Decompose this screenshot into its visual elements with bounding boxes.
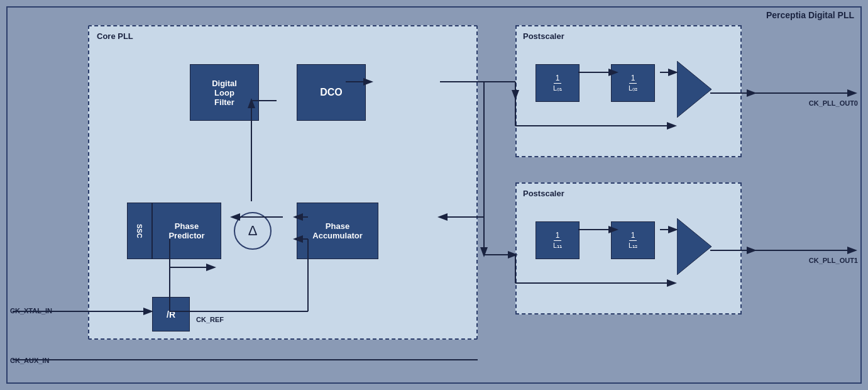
- ck-pll-out0-label: CK_PLL_OUT0: [809, 99, 858, 107]
- fraction-line-4: [629, 240, 637, 241]
- div-l12-block: 1 L₁₂: [611, 221, 655, 259]
- ck-pll-out1-label: CK_PLL_OUT1: [809, 257, 858, 264]
- ssc-label: SSC: [136, 224, 143, 238]
- div-l01-num: 1: [556, 74, 560, 82]
- ck-xtal-in-label: CK_XTAL_IN: [10, 307, 52, 315]
- r-label: /R: [167, 309, 175, 320]
- div-l02-den: L₀₂: [629, 84, 637, 92]
- div-l12-num: 1: [631, 231, 635, 240]
- postscaler-2-title: Postscaler: [523, 189, 564, 198]
- div-l02-num: 1: [631, 74, 635, 82]
- dco-block: DCO: [297, 64, 366, 121]
- div-l11-block: 1 L₁₁: [536, 221, 580, 259]
- div-l11-num: 1: [556, 231, 560, 240]
- ck-aux-in-label: CK_AUX_IN: [10, 357, 49, 364]
- div-l12-fraction: 1 L₁₂: [629, 231, 637, 250]
- dlf-block: DigitalLoopFilter: [190, 64, 259, 121]
- pa-label: PhaseAccumulator: [312, 221, 362, 240]
- div-l02-block: 1 L₀₂: [611, 64, 655, 102]
- ssc-block: SSC: [127, 203, 152, 259]
- div-l01-fraction: 1 L₀₁: [553, 74, 562, 93]
- postscaler-2-box: Postscaler 1 L₁₁ 1 L₁₂: [515, 182, 742, 315]
- svg-marker-1: [677, 218, 711, 275]
- dlf-label: DigitalLoopFilter: [212, 79, 237, 107]
- svg-marker-0: [677, 61, 711, 118]
- pp-label: PhasePredictor: [168, 221, 204, 240]
- delta-block: Δ: [234, 212, 272, 250]
- core-pll-box: Core PLL DigitalLoopFilter DCO PhaseAccu…: [88, 25, 478, 340]
- postscaler-1-box: Postscaler 1 L₀₁ 1 L₀₂: [515, 25, 742, 157]
- delta-label: Δ: [248, 223, 258, 239]
- div-l12-den: L₁₂: [629, 242, 637, 250]
- r-divider-block: /R: [152, 297, 190, 332]
- div-l01-block: 1 L₀₁: [536, 64, 580, 102]
- mux-1: [677, 61, 711, 120]
- fraction-line-3: [554, 240, 562, 241]
- core-pll-label: Core PLL: [97, 31, 133, 41]
- dco-label: DCO: [320, 87, 343, 98]
- div-l11-fraction: 1 L₁₁: [553, 231, 562, 250]
- ck-ref-label: CK_REF: [196, 316, 224, 323]
- phase-predictor-block: PhasePredictor: [152, 203, 221, 259]
- phase-accumulator-block: PhaseAccumulator: [297, 203, 378, 259]
- div-l11-den: L₁₁: [553, 242, 562, 250]
- fraction-line-2: [629, 83, 637, 84]
- fraction-line-1: [554, 83, 562, 84]
- main-title: Perceptia Digital PLL: [766, 10, 854, 20]
- postscaler-1-title: Postscaler: [523, 31, 564, 41]
- div-l01-den: L₀₁: [553, 84, 562, 92]
- mux-2: [677, 218, 711, 277]
- div-l02-fraction: 1 L₀₂: [629, 74, 637, 93]
